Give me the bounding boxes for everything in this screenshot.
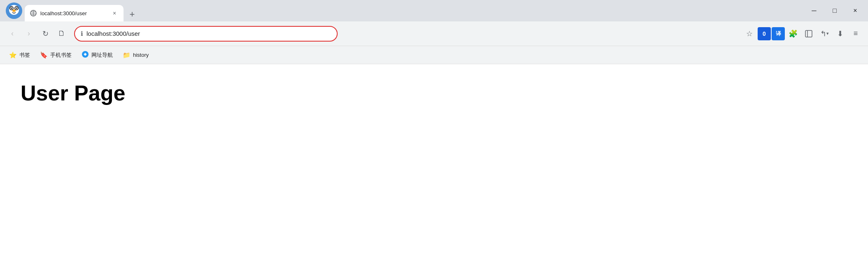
bookmark-item-bookmarks[interactable]: ⭐ 书签 — [5, 50, 34, 61]
sidebar-button[interactable] — [801, 26, 816, 41]
address-text: localhost:3000/user — [86, 30, 331, 37]
star-bookmark-icon: ⭐ — [9, 51, 17, 59]
svg-rect-12 — [805, 30, 812, 37]
download-button[interactable]: ⬇ — [833, 26, 847, 41]
bookmarks-bar: ⭐ 书签 🔖 手机书签 网址导航 📁 history — [0, 46, 868, 64]
tabs-area: localhost:3000/user × + — [25, 0, 805, 21]
close-button[interactable]: × — [846, 4, 865, 18]
bookmark-label-mobile: 手机书签 — [50, 51, 72, 59]
back-button[interactable]: ‹ — [5, 26, 20, 41]
bookmark-label-bookmarks: 书签 — [19, 51, 30, 59]
mobile-bookmark-icon: 🔖 — [40, 51, 48, 59]
bookmark-item-history[interactable]: 📁 history — [119, 50, 153, 61]
address-host: localhost: — [86, 30, 112, 37]
maximize-button[interactable]: □ — [825, 4, 844, 18]
bookmark-label-history: history — [133, 52, 149, 58]
bookmark-item-navigation[interactable]: 网址导航 — [77, 49, 117, 61]
address-path: 3000/user — [112, 30, 140, 37]
address-info-icon[interactable]: ℹ — [81, 30, 83, 37]
history-back-icon: ↰ — [820, 29, 826, 38]
toolbar: ‹ › ↻ 🗋 ℹ localhost:3000/user ☆ 0 译 🧩 ↰ … — [0, 21, 868, 46]
translate-button[interactable]: 译 — [772, 27, 785, 40]
bookmark-label-navigation: 网址导航 — [91, 51, 113, 59]
active-tab[interactable]: localhost:3000/user × — [25, 5, 124, 21]
title-bar: localhost:3000/user × + ─ □ × — [0, 0, 868, 21]
page-title: User Page — [21, 81, 847, 105]
svg-point-15 — [84, 54, 86, 55]
tab-title: localhost:3000/user — [40, 10, 107, 16]
star-button[interactable]: ☆ — [742, 26, 757, 41]
svg-point-6 — [11, 8, 12, 9]
history-back-button[interactable]: ↰ ▾ — [817, 26, 832, 41]
window-controls: ─ □ × — [805, 4, 865, 18]
bitwarden-button[interactable]: 0 — [758, 27, 771, 40]
refresh-button[interactable]: ↻ — [38, 26, 53, 41]
svg-point-7 — [16, 8, 17, 9]
page-content: User Page — [0, 64, 868, 122]
navigation-icon — [82, 51, 89, 59]
minimize-button[interactable]: ─ — [805, 4, 824, 18]
history-dropdown-icon[interactable]: ▾ — [826, 31, 829, 36]
browser-logo — [3, 0, 25, 21]
new-tab-button[interactable]: + — [125, 7, 139, 21]
menu-button[interactable]: ≡ — [848, 26, 863, 41]
tab-favicon — [30, 9, 37, 17]
extensions-button[interactable]: 🧩 — [786, 26, 800, 41]
forward-button[interactable]: › — [21, 26, 36, 41]
address-bar[interactable]: ℹ localhost:3000/user — [74, 26, 338, 42]
tab-close-button[interactable]: × — [110, 9, 119, 17]
toolbar-right: ☆ 0 译 🧩 ↰ ▾ ⬇ ≡ — [742, 26, 863, 41]
bookmark-item-mobile[interactable]: 🔖 手机书签 — [36, 50, 76, 61]
history-folder-icon: 📁 — [123, 51, 131, 59]
page-icon: 🗋 — [54, 26, 69, 41]
svg-point-8 — [12, 9, 16, 12]
